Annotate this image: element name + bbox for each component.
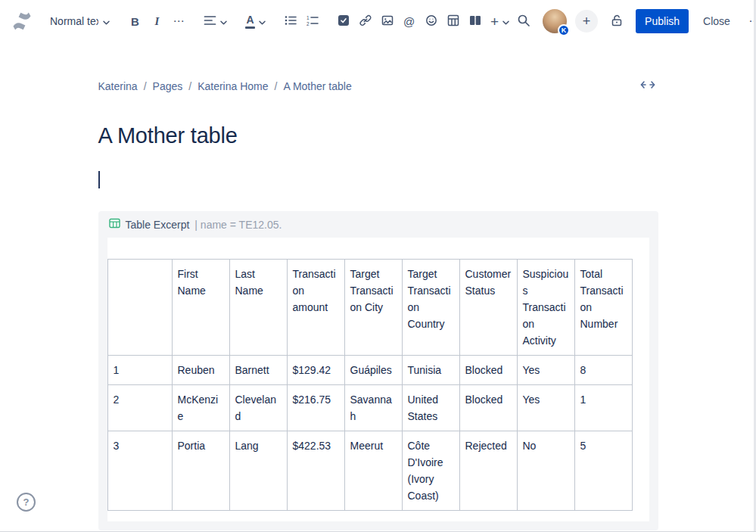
formatting-toolbar: Normal text B I ⋯ A 12 [12, 9, 513, 33]
avatar-badge: K [558, 24, 570, 36]
image-icon [381, 14, 394, 29]
breadcrumb-row: Katerina / Pages / Katerina Home / A Mot… [98, 77, 658, 95]
table-row: 1 Reuben Barnett $129.42 Guápiles Tunisi… [107, 356, 632, 385]
table-button[interactable] [443, 9, 463, 33]
table-cell[interactable]: 5 [574, 431, 632, 511]
toolbar-actions: K + Publish Close ⋯ [513, 9, 756, 33]
table-cell[interactable]: $422.53 [287, 431, 344, 511]
unlocked-padlock-icon [610, 14, 624, 30]
table-header-cell[interactable]: Last Name [229, 260, 287, 356]
table-header-row: First Name Last Name Transaction amount … [107, 260, 632, 356]
svg-text:2: 2 [306, 20, 310, 26]
plus-icon: + [583, 14, 591, 28]
task-checkbox-icon [338, 14, 350, 29]
layouts-button[interactable] [465, 9, 485, 33]
table-header-cell[interactable]: Target Transaction Country [402, 260, 459, 356]
breadcrumb-link-parent[interactable]: Katerina Home [198, 80, 268, 92]
table-cell[interactable]: Savannah [344, 385, 402, 431]
bold-button[interactable]: B [125, 9, 145, 33]
insert-button[interactable]: + [487, 9, 513, 33]
table-cell[interactable]: United States [402, 385, 459, 431]
table-header-cell[interactable]: First Name [172, 260, 229, 356]
table-cell[interactable]: Côte D'Ivoire (Ivory Coast) [402, 431, 459, 511]
numbered-list-button[interactable]: 12 [302, 9, 322, 33]
link-button[interactable] [355, 9, 375, 33]
table-header-cell[interactable]: Customer Status [459, 260, 517, 356]
more-formatting-button[interactable]: ⋯ [169, 9, 189, 33]
breadcrumb-separator: / [188, 80, 191, 92]
bullet-list-icon [285, 15, 297, 28]
page-width-toggle-button[interactable] [637, 77, 658, 95]
table-cell[interactable]: Rejected [459, 431, 517, 511]
table-cell[interactable]: Yes [517, 385, 574, 431]
alignment-button[interactable] [200, 9, 231, 33]
table-row: 3 Portia Lang $422.53 Meerut Côte D'Ivoi… [107, 431, 632, 511]
table-cell[interactable]: Portia [172, 431, 229, 511]
link-icon [359, 14, 372, 29]
restrictions-button[interactable] [606, 9, 627, 33]
table-icon [447, 14, 459, 29]
table-excerpt-macro[interactable]: Table Excerpt | name = TE12.05. First Na… [98, 211, 658, 530]
image-button[interactable] [377, 9, 397, 33]
page-content: Katerina / Pages / Katerina Home / A Mot… [98, 42, 658, 530]
text-color-button[interactable]: A [241, 9, 269, 33]
macro-title: Table Excerpt [126, 219, 190, 231]
page-title[interactable]: A Mother table [98, 123, 658, 148]
chevron-down-icon [259, 15, 266, 27]
table-cell[interactable]: Reuben [172, 356, 229, 385]
table-cell[interactable]: 2 [107, 385, 172, 431]
table-cell[interactable]: $129.42 [287, 356, 344, 385]
table-cell[interactable]: 3 [107, 431, 172, 511]
table-cell[interactable]: Blocked [459, 385, 517, 431]
bullet-list-button[interactable] [280, 9, 300, 33]
breadcrumb-separator: / [144, 80, 147, 92]
table-cell[interactable]: Cleveland [229, 385, 287, 431]
table-header-cell[interactable]: Target Transaction City [344, 260, 402, 356]
table-cell[interactable]: Guápiles [344, 356, 402, 385]
table-cell[interactable]: Tunisia [402, 356, 459, 385]
help-button[interactable]: ? [17, 493, 36, 512]
table-cell[interactable]: Lang [229, 431, 287, 511]
confluence-editor-window: Normal text B I ⋯ A 12 [0, 0, 756, 532]
text-color-icon: A [245, 14, 255, 29]
chevron-down-icon [103, 15, 110, 27]
add-collaborator-button[interactable]: + [575, 10, 598, 33]
table-header-cell[interactable]: Suspicious Transaction Activity [517, 260, 574, 356]
breadcrumb-link-space[interactable]: Katerina [98, 80, 138, 92]
italic-button[interactable]: I [147, 9, 167, 33]
close-button[interactable]: Close [697, 9, 736, 33]
editor-toolbar: Normal text B I ⋯ A 12 [0, 0, 756, 42]
expand-width-icon [640, 80, 655, 92]
table-cell[interactable]: No [517, 431, 574, 511]
publish-button[interactable]: Publish [636, 9, 689, 33]
mention-button[interactable]: @ [399, 9, 419, 33]
search-button[interactable] [513, 9, 534, 33]
table-cell[interactable]: 1 [107, 356, 172, 385]
table-cell[interactable]: Meerut [344, 431, 402, 511]
question-mark-icon: ? [23, 496, 30, 508]
numbered-list-icon: 12 [306, 15, 319, 28]
table-cell[interactable]: Yes [517, 356, 574, 385]
table-cell[interactable]: $216.75 [287, 385, 344, 431]
emoji-icon [425, 14, 437, 29]
mention-icon: @ [403, 15, 415, 28]
breadcrumb: Katerina / Pages / Katerina Home / A Mot… [98, 80, 352, 92]
table-cell[interactable]: Barnett [229, 356, 287, 385]
breadcrumb-link-current[interactable]: A Mother table [283, 80, 351, 92]
table-row: 2 McKenzie Cleveland $216.75 Savannah Un… [107, 385, 632, 431]
chevron-down-icon [220, 15, 227, 27]
task-list-button[interactable] [333, 9, 353, 33]
table-header-cell[interactable]: Transaction amount [287, 260, 344, 356]
macro-body: First Name Last Name Transaction amount … [107, 238, 649, 521]
table-header-cell[interactable] [107, 260, 172, 356]
macro-header: Table Excerpt | name = TE12.05. [107, 211, 649, 238]
table-cell[interactable]: Blocked [459, 356, 517, 385]
table-cell[interactable]: 1 [574, 385, 632, 431]
table-cell[interactable]: 8 [574, 356, 632, 385]
user-avatar[interactable]: K [543, 9, 567, 33]
table-cell[interactable]: McKenzie [172, 385, 229, 431]
table-header-cell[interactable]: Total Transaction Number [574, 260, 632, 356]
emoji-button[interactable] [421, 9, 441, 33]
breadcrumb-link-pages[interactable]: Pages [153, 80, 183, 92]
text-style-dropdown[interactable]: Normal text [44, 9, 116, 33]
